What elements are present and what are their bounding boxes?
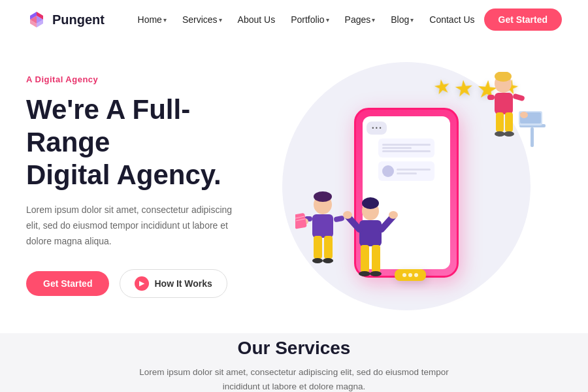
svg-rect-6 [314, 236, 322, 259]
nav-cta-button[interactable]: Get Started [484, 8, 562, 31]
svg-rect-21 [372, 245, 380, 272]
svg-point-37 [504, 131, 514, 137]
star-icon: ★ [453, 74, 476, 105]
chevron-down-icon: ▾ [219, 16, 222, 24]
phone-mockup: • • • [354, 108, 459, 278]
nav-home[interactable]: Home ▾ [131, 10, 173, 29]
doc-preview [378, 139, 434, 157]
person-center [341, 197, 400, 294]
navbar: Pungent Home ▾ Services ▾ About Us Portf… [0, 0, 588, 39]
svg-rect-25 [531, 127, 534, 147]
chevron-down-icon: ▾ [372, 16, 375, 24]
nav-blog[interactable]: Blog ▾ [384, 10, 420, 29]
svg-point-8 [312, 258, 323, 263]
star-icon: ★ [432, 74, 454, 105]
svg-point-18 [343, 211, 352, 219]
svg-point-14 [362, 197, 379, 209]
services-description: Lorem ipsum dolor sit amet, consectetur … [124, 365, 464, 392]
hero-illustration: ★ ★ ★ ★ • • • [251, 39, 562, 333]
nav-about[interactable]: About Us [231, 10, 282, 29]
services-section: Our Services Lorem ipsum dolor sit amet,… [0, 333, 588, 392]
svg-rect-10 [295, 213, 307, 229]
nav-services[interactable]: Services ▾ [176, 10, 229, 29]
hero-how-it-works-button[interactable]: ▶ How It Works [120, 269, 227, 298]
person-center-figure [341, 197, 400, 291]
profile-card [378, 161, 434, 181]
logo-icon [26, 9, 47, 30]
svg-rect-32 [512, 93, 525, 101]
brand-name: Pungent [52, 12, 105, 27]
logo[interactable]: Pungent [26, 9, 105, 30]
nav-contact[interactable]: Contact Us [423, 10, 481, 29]
chevron-down-icon: ▾ [410, 16, 414, 24]
chevron-down-icon: ▾ [163, 16, 167, 24]
hero-content: A Digital Agency We're A Full-Range Digi… [26, 74, 251, 297]
hero-tag: A Digital Agency [26, 74, 251, 84]
hero-section: A Digital Agency We're A Full-Range Digi… [0, 39, 588, 333]
chat-bubble: • • • [367, 122, 386, 135]
svg-point-9 [323, 258, 333, 263]
svg-point-19 [389, 211, 398, 219]
person-right [483, 72, 549, 159]
nav-pages[interactable]: Pages ▾ [338, 10, 382, 29]
svg-rect-34 [496, 112, 504, 132]
svg-rect-15 [359, 220, 382, 246]
svg-rect-20 [361, 245, 369, 272]
svg-rect-35 [505, 112, 513, 132]
card-dots [402, 273, 418, 277]
svg-rect-30 [495, 93, 513, 114]
svg-point-23 [370, 271, 382, 276]
svg-point-1 [314, 191, 332, 202]
person-right-figure [483, 72, 549, 157]
avatar-icon [382, 165, 394, 177]
hero-description: Lorem ipsum dolor sit amet, consectetur … [26, 203, 248, 249]
svg-rect-31 [487, 95, 495, 100]
nav-links: Home ▾ Services ▾ About Us Portfolio ▾ P… [131, 8, 562, 31]
hero-title: We're A Full-Range Digital Agency. [26, 93, 251, 191]
services-title: Our Services [238, 338, 351, 359]
chevron-down-icon: ▾ [326, 16, 329, 24]
play-icon: ▶ [135, 276, 149, 291]
svg-point-22 [359, 271, 370, 276]
nav-portfolio[interactable]: Portfolio ▾ [284, 10, 335, 29]
svg-point-33 [520, 112, 528, 118]
hero-get-started-button[interactable]: Get Started [26, 271, 109, 296]
svg-rect-2 [312, 214, 333, 238]
hero-buttons: Get Started ▶ How It Works [26, 269, 251, 298]
svg-point-36 [495, 131, 505, 137]
svg-rect-7 [324, 236, 333, 259]
rating-card [395, 269, 426, 281]
